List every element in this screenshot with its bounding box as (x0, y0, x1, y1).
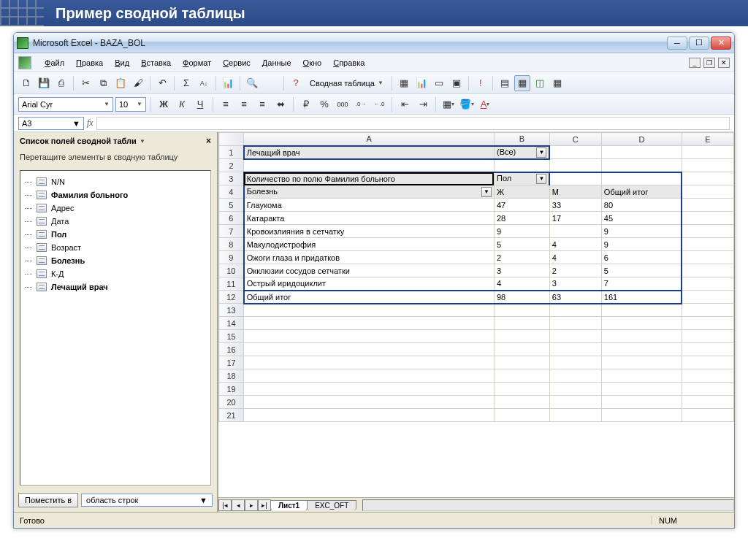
new-icon[interactable]: 🗋 (18, 75, 34, 91)
select-all[interactable] (219, 133, 244, 146)
sheet-tab-other[interactable]: EXC_OFT (307, 500, 356, 510)
font-color-icon[interactable]: A▾ (477, 96, 493, 112)
cell[interactable]: 161 (601, 291, 682, 304)
decrease-decimal-icon[interactable]: ←.0 (371, 96, 387, 112)
mdi-restore[interactable]: ❐ (703, 58, 715, 68)
cell[interactable]: 17 (549, 212, 601, 225)
row-header[interactable]: 20 (219, 396, 244, 409)
cell[interactable]: 5 (494, 238, 549, 251)
row-header[interactable]: 3 (219, 172, 244, 185)
cell[interactable]: 5 (601, 264, 682, 277)
row-header[interactable]: 1 (219, 146, 244, 159)
borders-icon[interactable]: ▦▾ (440, 96, 457, 112)
page-field[interactable]: Лечащий врач (244, 146, 495, 159)
save-icon[interactable]: 💾 (36, 75, 52, 91)
help-icon[interactable]: ? (288, 75, 304, 91)
cell[interactable] (549, 225, 601, 238)
cell[interactable]: 80 (601, 199, 682, 212)
menu-Формат[interactable]: Формат (177, 56, 217, 69)
chart-icon[interactable]: 📊 (220, 75, 236, 91)
row-header[interactable]: 10 (219, 264, 244, 277)
col-header-E[interactable]: E (682, 133, 733, 146)
fx-icon[interactable]: fx (87, 118, 94, 129)
row-header[interactable]: 14 (219, 317, 244, 330)
row-header[interactable]: 7 (219, 225, 244, 238)
percent-icon[interactable]: % (316, 96, 332, 112)
row-header[interactable]: 12 (219, 291, 244, 304)
align-center-icon[interactable]: ≡ (236, 96, 252, 112)
close-button[interactable]: ✕ (711, 37, 731, 50)
find-icon[interactable]: 🔍 (244, 75, 260, 91)
sort-asc-icon[interactable]: A↓ (196, 75, 212, 91)
copy-icon[interactable]: ⧉ (95, 75, 111, 91)
bold-icon[interactable]: Ж (156, 96, 172, 112)
field-item[interactable]: К-Д (23, 267, 207, 280)
increase-decimal-icon[interactable]: .0→ (353, 96, 369, 112)
minimize-button[interactable]: ─ (667, 37, 687, 50)
cell[interactable]: 9 (494, 225, 549, 238)
tab-nav-last[interactable]: ▸| (258, 499, 271, 511)
cut-icon[interactable]: ✂ (77, 75, 94, 91)
menu-Окно[interactable]: Окно (297, 56, 328, 69)
pivot-wizard-icon[interactable]: ▦ (396, 75, 412, 91)
row-header[interactable]: 18 (219, 369, 244, 383)
row-header[interactable]: 17 (219, 356, 244, 369)
increase-indent-icon[interactable]: ⇥ (415, 96, 431, 112)
name-box[interactable]: A3▼ (18, 117, 84, 130)
row-header[interactable]: 16 (219, 343, 244, 356)
row-header[interactable]: 15 (219, 330, 244, 343)
currency-icon[interactable]: ₽ (298, 96, 314, 112)
row-header[interactable]: 6 (219, 212, 244, 225)
page-value[interactable]: (Все)▼ (494, 146, 549, 159)
cell[interactable]: 63 (549, 291, 601, 304)
row-header[interactable]: 9 (219, 251, 244, 264)
row-header[interactable]: 13 (219, 304, 244, 317)
font-size-combo[interactable]: 10▼ (115, 97, 146, 112)
add-to-button[interactable]: Поместить в (18, 493, 78, 507)
maximize-button[interactable]: ☐ (689, 37, 709, 50)
horizontal-scrollbar[interactable] (362, 499, 734, 511)
menu-Сервис[interactable]: Сервис (217, 56, 256, 69)
cell[interactable]: 4 (549, 251, 601, 264)
cell[interactable]: 9 (601, 238, 682, 251)
cell[interactable]: 47 (494, 199, 549, 212)
col-header-C[interactable]: C (549, 133, 601, 146)
worksheet[interactable]: ABCDE1Лечащий врач(Все)▼23Количество по … (218, 132, 734, 512)
area-combo[interactable]: область строк▼ (81, 494, 213, 507)
refresh-icon[interactable]: ! (473, 75, 489, 91)
row-header[interactable]: 11 (219, 277, 244, 291)
options-icon[interactable]: ▦ (549, 75, 565, 91)
font-name-combo[interactable]: Arial Cyr▼ (18, 97, 113, 112)
cell[interactable]: 3 (494, 264, 549, 277)
app-menu-icon[interactable] (18, 56, 31, 69)
cell[interactable]: 3 (549, 277, 601, 291)
menu-Файл[interactable]: Файл (39, 56, 70, 69)
menu-Справка[interactable]: Справка (327, 56, 370, 69)
field-item[interactable]: Адрес (23, 202, 207, 215)
row-header[interactable]: 8 (219, 238, 244, 251)
cell[interactable]: 6 (601, 251, 682, 264)
row-header[interactable]: 5 (219, 199, 244, 212)
format-painter-icon[interactable]: 🖌 (130, 75, 146, 91)
align-left-icon[interactable]: ≡ (218, 96, 234, 112)
paste-icon[interactable]: 📋 (112, 75, 129, 91)
decrease-indent-icon[interactable]: ⇤ (397, 96, 413, 112)
cell[interactable]: 4 (494, 277, 549, 291)
tab-nav-prev[interactable]: ◂ (232, 499, 245, 511)
row-header[interactable]: 4 (219, 185, 244, 199)
data-field[interactable]: Количество по полю Фамилия больного (244, 172, 495, 185)
cell[interactable]: 33 (549, 199, 601, 212)
merge-icon[interactable]: ⬌ (272, 96, 289, 112)
comma-icon[interactable]: 000 (335, 96, 351, 112)
italic-icon[interactable]: К (174, 96, 190, 112)
col-header-B[interactable]: B (494, 133, 549, 146)
field-item[interactable]: Возраст (23, 241, 207, 254)
print-icon[interactable]: ⎙ (53, 75, 69, 91)
cell[interactable]: 7 (601, 277, 682, 291)
window-titlebar[interactable]: Microsoft Excel - BAZA_BOL ─ ☐ ✕ (14, 33, 734, 53)
show-pages-icon[interactable]: ◫ (532, 75, 548, 91)
field-item[interactable]: Фамилия больного (23, 188, 207, 202)
menu-Правка[interactable]: Правка (70, 56, 109, 69)
menu-Вставка[interactable]: Вставка (135, 56, 177, 69)
field-settings-icon[interactable]: ▤ (497, 75, 513, 91)
